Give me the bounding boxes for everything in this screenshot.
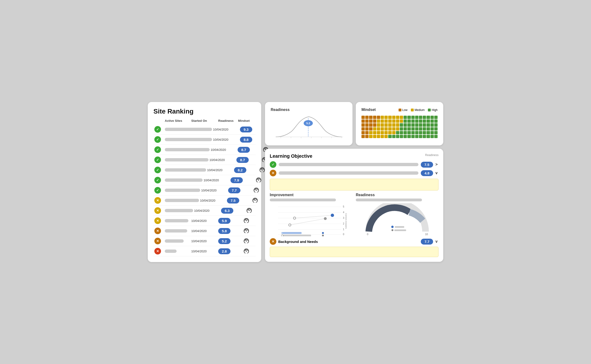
improvement-subtitle-bar [270, 199, 336, 201]
row-site-bar [165, 199, 199, 202]
svg-point-73 [322, 232, 324, 234]
readiness-badge: 8.2 [234, 167, 246, 173]
mindset-cell [423, 135, 426, 138]
svg-point-20 [256, 190, 257, 191]
mindset-cell [426, 116, 430, 119]
mindset-cell [423, 119, 426, 123]
site-bar-fill [165, 188, 200, 192]
mindset-cell [415, 116, 418, 119]
row-readiness: 7.5 [227, 198, 246, 203]
mindset-title: Mindset [362, 108, 376, 112]
mindset-cell [411, 131, 415, 134]
readiness-badge: 2.8 [218, 248, 230, 254]
row-date: 10/04/2020 [191, 229, 217, 233]
mindset-cell [415, 123, 418, 127]
row-site-bar [165, 188, 200, 192]
svg-point-26 [249, 210, 250, 211]
table-header: Active Sites Started On Readiness Mindse… [154, 119, 255, 124]
mindset-cell [377, 119, 380, 123]
mindset-cell [400, 135, 403, 138]
mindset-cell [430, 123, 434, 127]
mindset-cell [411, 135, 415, 138]
row-site-bar [165, 249, 190, 253]
mindset-cell [365, 119, 369, 123]
mindset-cell [381, 119, 384, 123]
row-site-bar [165, 158, 208, 162]
mindset-cell [384, 116, 388, 119]
row-site-bar [165, 229, 190, 233]
lo-bar-1 [279, 163, 418, 166]
mindset-cell [407, 131, 411, 134]
mindset-cell [362, 131, 365, 134]
mindset-cell [392, 119, 396, 123]
mindset-cell [400, 123, 403, 127]
mindset-cell [365, 123, 369, 127]
lo-status-green: ✓ [270, 161, 276, 168]
bn-badge-row: 7.7 v [421, 239, 438, 245]
site-bar-fill [165, 178, 203, 182]
readiness-badge: 6.3 [221, 208, 233, 214]
site-bar-fill [165, 239, 184, 243]
row-mindset-icon [250, 176, 267, 184]
mindset-cell [411, 123, 415, 127]
row-date: 10/04/2020 [203, 178, 229, 182]
site-bar-fill [165, 168, 206, 172]
lo-title: Learning Objective [270, 153, 312, 159]
mindset-cell [403, 119, 407, 123]
readiness-gauge-section: Readiness [356, 193, 438, 237]
row-status-icon: ✕ [154, 207, 161, 214]
mindset-cell [426, 131, 430, 134]
readiness-badge: 5.8 [218, 228, 230, 234]
legend-high-label: High [432, 108, 437, 112]
site-ranking-panel: Site Ranking Active Sites Started On Rea… [148, 102, 261, 262]
mindset-cell [373, 131, 376, 134]
readiness-title: Readiness [271, 108, 347, 112]
mindset-cell [392, 127, 396, 130]
mindset-cell [411, 127, 415, 130]
lo-chevron-1[interactable]: > [435, 162, 438, 167]
bn-left: ✕ Background and Needs [270, 238, 318, 245]
bn-chevron[interactable]: v [435, 239, 438, 244]
table-row: ✕ 10/04/2020 7.5 [154, 195, 255, 206]
row-readiness: 5.9 [218, 218, 237, 224]
mindset-cell [377, 127, 380, 130]
mindset-cell [377, 131, 380, 134]
site-bar-fill [165, 199, 199, 202]
readiness-badge: 8.7 [236, 157, 249, 163]
table-row: ✓ 10/04/2020 8.7 [154, 145, 255, 155]
row-site-bar [165, 219, 190, 222]
mindset-cell [400, 116, 403, 119]
mindset-cell [426, 123, 430, 127]
mindset-cell [388, 127, 391, 130]
mindset-cell [388, 131, 391, 134]
table-row: ✓ 10/04/2020 7.9 [154, 175, 255, 185]
site-bar-fill [165, 148, 210, 151]
svg-line-66 [290, 219, 325, 225]
legend-high-dot [428, 109, 431, 111]
mindset-card: Mindset Low Medium High [356, 102, 443, 145]
mindset-cell [373, 123, 376, 127]
row-readiness: 2.8 [218, 248, 237, 254]
svg-text:1: 1 [343, 228, 344, 231]
improvement-chart: 5 4 3 2 1 0 Correct Answers [270, 203, 352, 236]
mindset-cell [407, 116, 411, 119]
mindset-cell [403, 131, 407, 134]
lo-bar-2 [279, 171, 418, 175]
row-readiness: 9.3 [240, 127, 259, 132]
mindset-cell [381, 135, 384, 138]
site-bar-fill [165, 158, 208, 162]
svg-rect-69 [283, 232, 302, 234]
mindset-cell [403, 116, 407, 119]
row-status-icon: ✓ [154, 146, 161, 153]
mindset-cell [388, 123, 391, 127]
mindset-cell [419, 123, 422, 127]
mindset-cell [434, 135, 437, 138]
legend-medium-dot [411, 109, 414, 111]
lo-chevron-2[interactable]: v [435, 171, 438, 175]
lo-yellow-box [270, 179, 438, 190]
mindset-cell [396, 123, 399, 127]
row-site-bar [165, 178, 203, 182]
row-readiness: 5.2 [218, 238, 237, 244]
mindset-cell [392, 116, 396, 119]
readiness-badge: 7.5 [227, 198, 239, 203]
